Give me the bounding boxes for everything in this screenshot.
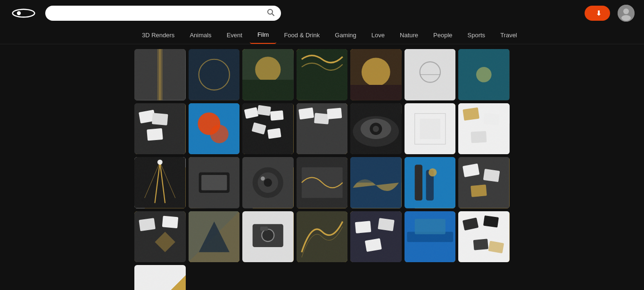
grid-image-13[interactable] — [405, 103, 456, 155]
download-icon: ⬇ — [596, 9, 602, 17]
svg-rect-100 — [473, 239, 488, 250]
grid-image-29[interactable] — [134, 265, 186, 290]
svg-point-87 — [262, 229, 274, 241]
svg-point-31 — [210, 124, 228, 143]
avatar[interactable] — [618, 5, 635, 22]
svg-rect-34 — [257, 105, 271, 116]
svg-rect-92 — [378, 218, 395, 231]
nav-item-film[interactable]: Film — [250, 26, 277, 44]
grid-image-9[interactable] — [189, 103, 240, 155]
grid-image-19[interactable] — [350, 157, 402, 208]
grid-image-21[interactable] — [458, 157, 510, 208]
grid-image-16[interactable] — [189, 157, 240, 208]
svg-rect-52 — [484, 113, 500, 125]
svg-rect-35 — [270, 110, 284, 121]
nav-item-people[interactable]: People — [426, 27, 460, 43]
grid-image-4[interactable] — [297, 49, 348, 100]
nav-item-food---drink[interactable]: Food & Drink — [276, 27, 327, 43]
svg-rect-53 — [471, 131, 487, 143]
nav-item-gaming[interactable]: Gaming — [327, 27, 364, 43]
svg-rect-76 — [458, 157, 510, 208]
nav-item-travel[interactable]: Travel — [493, 27, 525, 43]
category-nav: 3D RendersAnimalsEventFilmFood & DrinkGa… — [0, 26, 644, 44]
svg-rect-18 — [350, 85, 402, 100]
grid-image-22[interactable] — [134, 211, 186, 263]
svg-rect-99 — [483, 215, 499, 228]
svg-rect-62 — [201, 175, 227, 191]
svg-point-66 — [264, 179, 272, 187]
grid-image-20[interactable] — [405, 157, 456, 208]
grid-image-23[interactable] — [189, 211, 240, 263]
svg-point-75 — [429, 168, 437, 176]
site-header: ⬇ — [0, 0, 644, 26]
svg-rect-82 — [162, 215, 179, 228]
svg-point-5 — [623, 8, 629, 14]
grid-image-6[interactable] — [405, 49, 456, 100]
svg-rect-37 — [267, 128, 281, 139]
svg-point-59 — [157, 160, 163, 165]
search-bar[interactable] — [45, 6, 281, 21]
grid-image-10[interactable] — [242, 103, 294, 155]
grid-image-27[interactable] — [405, 211, 456, 263]
svg-line-3 — [272, 14, 274, 16]
grid-image-3[interactable] — [242, 49, 294, 100]
svg-rect-88 — [260, 226, 268, 231]
nav-item-nature[interactable]: Nature — [392, 27, 426, 43]
grid-image-2[interactable] — [189, 49, 240, 100]
search-button[interactable] — [267, 8, 274, 18]
grid-image-15[interactable] — [134, 157, 186, 208]
grid-image-8[interactable] — [134, 103, 186, 155]
grid-image-12[interactable] — [350, 103, 402, 155]
svg-rect-51 — [463, 107, 480, 120]
grid-image-1[interactable] — [134, 49, 186, 100]
svg-rect-79 — [471, 184, 487, 197]
nav-item-animals[interactable]: Animals — [182, 27, 219, 43]
svg-rect-91 — [355, 221, 372, 233]
svg-rect-49 — [420, 118, 440, 139]
svg-point-67 — [261, 176, 265, 181]
nav-item-sports[interactable]: Sports — [460, 27, 493, 43]
svg-point-6 — [621, 15, 631, 21]
svg-rect-14 — [242, 80, 294, 100]
svg-rect-39 — [298, 107, 314, 119]
svg-rect-81 — [139, 218, 156, 231]
svg-rect-10 — [189, 49, 240, 100]
logo[interactable] — [9, 4, 38, 23]
grid-image-28[interactable] — [458, 211, 510, 263]
svg-rect-28 — [147, 128, 163, 141]
svg-rect-71 — [350, 157, 402, 182]
grid-image-5[interactable] — [350, 49, 402, 100]
svg-point-1 — [17, 11, 21, 15]
nav-item--d-renders[interactable]: 3D Renders — [134, 27, 182, 43]
svg-point-0 — [13, 9, 35, 17]
svg-rect-97 — [458, 211, 510, 263]
svg-rect-24 — [458, 49, 510, 100]
svg-point-13 — [255, 57, 281, 82]
grid-image-26[interactable] — [350, 211, 402, 263]
svg-rect-41 — [327, 108, 342, 119]
unsplash-button[interactable]: ⬇ — [585, 6, 610, 21]
grid-image-18[interactable] — [297, 157, 348, 208]
svg-rect-90 — [350, 211, 402, 263]
grid-image-25[interactable] — [297, 211, 348, 263]
svg-rect-78 — [483, 169, 500, 182]
grid-image-11[interactable] — [297, 103, 348, 155]
svg-point-17 — [362, 58, 390, 86]
image-grid — [0, 44, 644, 290]
nav-item-event[interactable]: Event — [219, 27, 250, 43]
search-input[interactable] — [52, 9, 263, 17]
grid-image-7[interactable] — [458, 49, 510, 100]
nav-item-love[interactable]: Love — [364, 27, 392, 43]
svg-rect-40 — [314, 113, 329, 124]
grid-image-24[interactable] — [242, 211, 294, 263]
svg-rect-96 — [415, 219, 446, 234]
svg-rect-27 — [152, 113, 168, 125]
grid-image-17[interactable] — [242, 157, 294, 208]
grid-image-14[interactable] — [458, 103, 510, 155]
svg-rect-73 — [415, 165, 422, 200]
svg-point-46 — [373, 125, 379, 132]
